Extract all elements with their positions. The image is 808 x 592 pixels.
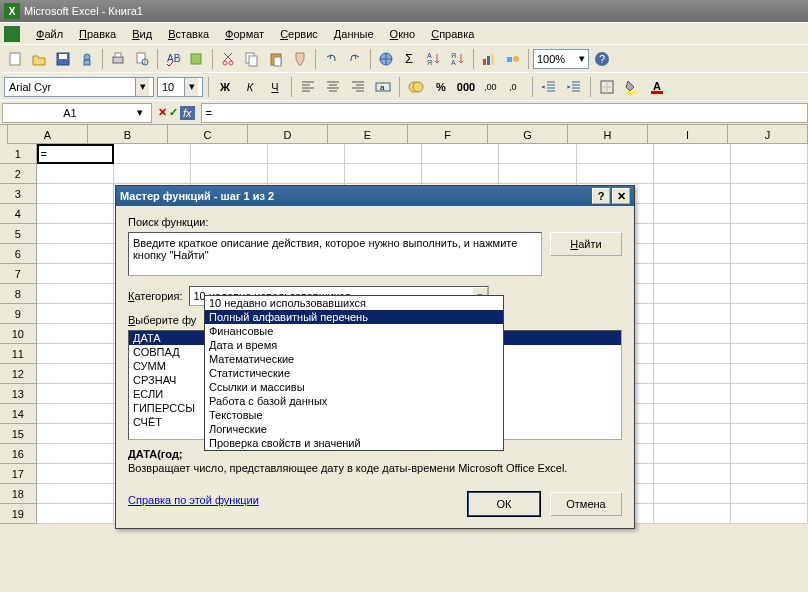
paste-button[interactable] (265, 48, 287, 70)
help-button[interactable]: ? (591, 48, 613, 70)
row-header[interactable]: 2 (0, 164, 37, 184)
row-header[interactable]: 4 (0, 204, 37, 224)
help-dialog-button[interactable]: ? (592, 188, 610, 204)
cell[interactable] (731, 464, 808, 484)
sort-desc-button[interactable]: ЯA (447, 48, 469, 70)
category-option[interactable]: Финансовые (205, 324, 503, 338)
row-header[interactable]: 8 (0, 284, 37, 304)
enter-formula-button[interactable]: ✓ (169, 106, 178, 119)
row-header[interactable]: 1 (0, 144, 37, 164)
align-right-button[interactable] (347, 76, 369, 98)
cell[interactable] (654, 384, 731, 404)
cell[interactable] (654, 464, 731, 484)
function-help-link[interactable]: Справка по этой функции (128, 494, 259, 506)
cell[interactable] (114, 164, 191, 184)
cell[interactable] (37, 284, 114, 304)
merge-center-button[interactable]: a (372, 76, 394, 98)
cell[interactable] (37, 424, 114, 444)
cell[interactable] (499, 164, 576, 184)
find-button[interactable]: Найти (550, 232, 622, 256)
cell[interactable] (37, 244, 114, 264)
row-header[interactable]: 12 (0, 364, 37, 384)
cell[interactable] (731, 184, 808, 204)
cell[interactable] (654, 444, 731, 464)
chevron-down-icon[interactable]: ▾ (135, 78, 149, 96)
cell[interactable] (268, 144, 345, 164)
cell[interactable] (37, 304, 114, 324)
row-header[interactable]: 18 (0, 484, 37, 504)
cell[interactable] (577, 164, 654, 184)
select-all-corner[interactable] (0, 125, 8, 145)
cell[interactable] (37, 184, 114, 204)
cancel-formula-button[interactable]: ✕ (158, 106, 167, 119)
row-header[interactable]: 9 (0, 304, 37, 324)
column-header[interactable]: A (8, 125, 88, 144)
cell[interactable] (654, 144, 731, 164)
chevron-down-icon[interactable]: ▾ (184, 78, 198, 96)
cell[interactable] (37, 324, 114, 344)
cell[interactable] (422, 144, 499, 164)
menu-tools[interactable]: Сервис (272, 26, 326, 42)
column-header[interactable]: I (648, 125, 728, 144)
research-button[interactable] (186, 48, 208, 70)
cell[interactable] (654, 224, 731, 244)
category-option[interactable]: Логические (205, 422, 503, 436)
ok-button[interactable]: ОК (468, 492, 540, 516)
cell[interactable] (731, 364, 808, 384)
cell[interactable] (731, 224, 808, 244)
category-option[interactable]: Проверка свойств и значений (205, 436, 503, 450)
cell[interactable] (37, 404, 114, 424)
column-header[interactable]: G (488, 125, 568, 144)
row-header[interactable]: 7 (0, 264, 37, 284)
row-header[interactable]: 10 (0, 324, 37, 344)
cell[interactable] (654, 324, 731, 344)
autosum-button[interactable]: Σ (399, 48, 421, 70)
cell[interactable] (37, 344, 114, 364)
row-header[interactable]: 13 (0, 384, 37, 404)
underline-button[interactable]: Ч (264, 76, 286, 98)
font-name-combo[interactable]: ▾ (4, 77, 154, 97)
menu-view[interactable]: Вид (124, 26, 160, 42)
cancel-button[interactable]: Отмена (550, 492, 622, 516)
category-option[interactable]: Статистические (205, 366, 503, 380)
cell[interactable] (731, 304, 808, 324)
row-header[interactable]: 17 (0, 464, 37, 484)
cell[interactable] (499, 144, 576, 164)
cell[interactable]: = (37, 144, 114, 164)
cell[interactable] (37, 264, 114, 284)
chevron-down-icon[interactable]: ▾ (137, 106, 151, 119)
dialog-titlebar[interactable]: Мастер функций - шаг 1 из 2 ? ✕ (116, 186, 634, 206)
cell[interactable] (731, 144, 808, 164)
new-button[interactable] (4, 48, 26, 70)
decrease-decimal-button[interactable]: ,0 (505, 76, 527, 98)
sort-asc-button[interactable]: AЯ (423, 48, 445, 70)
menu-format[interactable]: Формат (217, 26, 272, 42)
cell[interactable] (37, 504, 114, 524)
cell[interactable] (731, 484, 808, 504)
cell[interactable] (654, 184, 731, 204)
column-header[interactable]: E (328, 125, 408, 144)
cell[interactable] (654, 424, 731, 444)
redo-button[interactable] (344, 48, 366, 70)
print-preview-button[interactable] (131, 48, 153, 70)
column-header[interactable]: F (408, 125, 488, 144)
menu-file[interactable]: Файл (28, 26, 71, 42)
category-option[interactable]: Текстовые (205, 408, 503, 422)
cell[interactable] (731, 204, 808, 224)
cell[interactable] (37, 204, 114, 224)
category-option[interactable]: Работа с базой данных (205, 394, 503, 408)
zoom-combo[interactable]: 100% ▾ (533, 49, 589, 69)
cell[interactable] (654, 264, 731, 284)
increase-decimal-button[interactable]: ,00 (480, 76, 502, 98)
cell[interactable] (654, 164, 731, 184)
cell[interactable] (422, 164, 499, 184)
cell[interactable] (345, 164, 422, 184)
close-dialog-button[interactable]: ✕ (612, 188, 630, 204)
menu-window[interactable]: Окно (382, 26, 424, 42)
category-option[interactable]: Математические (205, 352, 503, 366)
cell[interactable] (731, 264, 808, 284)
row-header[interactable]: 19 (0, 504, 37, 524)
row-header[interactable]: 15 (0, 424, 37, 444)
cell[interactable] (731, 284, 808, 304)
font-color-button[interactable]: A (646, 76, 668, 98)
